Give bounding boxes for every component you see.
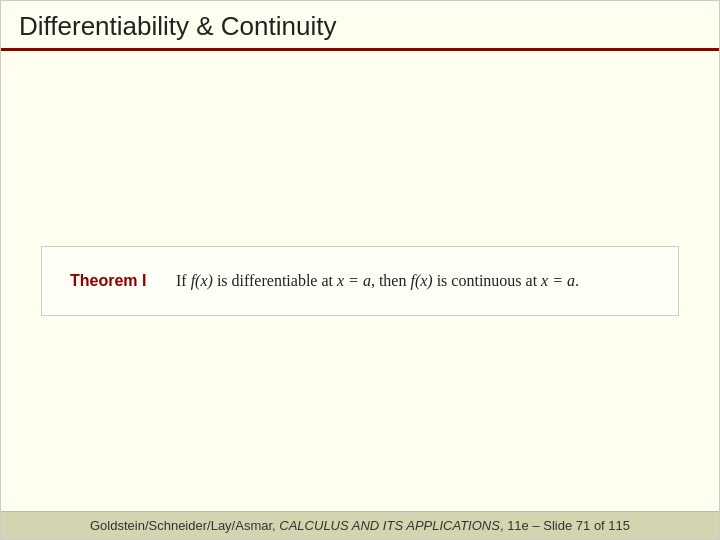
theorem-box: Theorem I If f(x) is differentiable at x… — [41, 246, 679, 316]
theorem-label: Theorem I — [70, 272, 160, 290]
footer-slide-info: Slide 71 of 115 — [543, 518, 630, 533]
math-point1: x = a — [337, 272, 371, 289]
content-area: Theorem I If f(x) is differentiable at x… — [1, 51, 719, 511]
math-func1: f(x) — [191, 272, 213, 289]
footer-bar: Goldstein/Schneider/Lay/Asmar, CALCULUS … — [1, 511, 719, 539]
footer-edition: 11e — [507, 518, 529, 533]
theorem-statement: If f(x) is differentiable at x = a, then… — [176, 269, 579, 293]
page-title: Differentiability & Continuity — [19, 11, 336, 41]
footer-author: Goldstein/Schneider/Lay/Asmar, — [90, 518, 276, 533]
math-point2: x = a — [541, 272, 575, 289]
title-bar: Differentiability & Continuity — [1, 1, 719, 51]
math-func2: f(x) — [410, 272, 432, 289]
slide-container: Differentiability & Continuity Theorem I… — [0, 0, 720, 540]
footer-book-title: CALCULUS AND ITS APPLICATIONS — [279, 518, 500, 533]
